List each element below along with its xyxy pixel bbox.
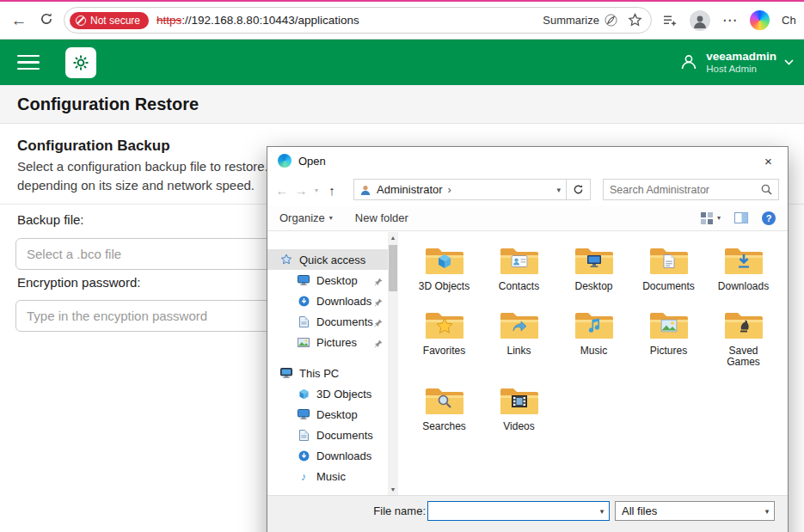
file-item-contacts[interactable]: Contacts (482, 243, 556, 292)
tree-item-downloads-pinned[interactable]: Downloads (267, 290, 398, 311)
nav-refresh-button[interactable] (567, 179, 591, 200)
file-item-downloads[interactable]: Downloads (706, 243, 781, 292)
file-item-searches[interactable]: Searches (407, 383, 482, 432)
favorite-star-icon[interactable] (628, 13, 642, 28)
page-title: Configuration Restore (17, 95, 199, 114)
file-item-music[interactable]: Music (556, 308, 631, 368)
app-logo-tile[interactable] (65, 47, 96, 78)
organize-button[interactable]: Organize ▾ (279, 211, 333, 224)
scroll-up-icon[interactable]: ▲ (388, 232, 398, 243)
browser-toolbar: ← Not secure https://192.168.8.80:10443/… (0, 2, 804, 40)
collections-sparkle-icon[interactable] (662, 14, 678, 28)
tree-item-music[interactable]: ♪ Music (267, 466, 398, 486)
tree-item-documents-pinned[interactable]: Documents (267, 311, 398, 332)
file-label: Downloads (718, 281, 769, 292)
folder-icon-contacts (499, 243, 540, 278)
tree-item-desktop[interactable]: Desktop (267, 404, 398, 425)
dialog-footer: File name: ▾ All files ▾ Upload from mob… (267, 495, 788, 532)
music-icon: ♪ (297, 470, 310, 483)
user-folder-icon (359, 184, 371, 196)
file-name-input[interactable] (428, 502, 595, 520)
tree-item-downloads[interactable]: Downloads (267, 445, 398, 466)
scrollbar-thumb[interactable] (389, 245, 397, 291)
folder-icon-desktop (574, 243, 615, 278)
tree-item-label: Documents (316, 315, 373, 328)
browser-refresh-button[interactable] (33, 11, 60, 30)
chevron-down-icon (784, 59, 794, 65)
tree-item-label: Desktop (316, 408, 358, 421)
documents-icon (297, 316, 310, 327)
preview-pane-icon[interactable] (734, 212, 748, 223)
user-menu[interactable]: veeamadmin Host Admin (679, 50, 794, 75)
tree-item-quick-access[interactable]: Quick access (267, 249, 398, 270)
dialog-app-icon (278, 154, 292, 168)
file-item-desktop[interactable]: Desktop (556, 243, 631, 292)
address-breadcrumb[interactable]: Administrator › ▾ (353, 179, 567, 200)
view-mode-button[interactable]: ▾ (701, 212, 721, 224)
folder-icon-3d-objects (424, 243, 465, 278)
folder-icon-saved-games (723, 308, 764, 342)
gear-icon (72, 54, 89, 71)
file-type-combo[interactable]: All files ▾ (615, 501, 775, 521)
file-name-dropdown-icon[interactable]: ▾ (595, 507, 609, 516)
nav-forward-button[interactable]: → (292, 183, 310, 198)
file-item-videos[interactable]: Videos (482, 383, 556, 432)
refresh-icon (40, 12, 53, 26)
not-secure-icon (76, 15, 86, 26)
browser-back-button[interactable]: ← (5, 11, 33, 30)
nav-back-button[interactable]: ← (273, 183, 292, 198)
dialog-close-button[interactable]: × (749, 147, 788, 174)
file-item-saved-games[interactable]: Saved Games (706, 308, 781, 368)
section-description-line2: depending on its size and network speed. (17, 178, 255, 193)
scroll-down-icon[interactable]: ▼ (388, 484, 398, 495)
breadcrumb-dropdown-icon[interactable]: ▾ (556, 186, 561, 194)
search-input[interactable] (610, 184, 761, 196)
file-label: Links (506, 345, 531, 357)
breadcrumb-chevron-icon[interactable]: › (448, 183, 451, 196)
tree-item-label: Downloads (316, 449, 371, 462)
file-label: Searches (422, 421, 466, 432)
copilot-icon[interactable] (750, 10, 770, 30)
summarize-button[interactable]: Summarize (543, 14, 617, 27)
address-bar[interactable]: Not secure https://192.168.8.80:10443/ap… (64, 7, 652, 34)
search-icon (761, 184, 772, 195)
file-item-pictures[interactable]: Pictures (631, 308, 706, 368)
file-item-links[interactable]: Links (482, 308, 556, 368)
security-badge-label: Not secure (90, 15, 140, 27)
breadcrumb-item[interactable]: Administrator (377, 183, 443, 196)
new-folder-button[interactable]: New folder (355, 211, 408, 224)
browser-menu-button[interactable]: ⋯ (722, 11, 738, 29)
search-box[interactable] (603, 179, 779, 200)
section-title: Configuration Backup (17, 138, 170, 155)
tree-item-3d-objects[interactable]: 3D Objects (267, 383, 398, 404)
tree-item-desktop-pinned[interactable]: Desktop (267, 270, 398, 290)
nav-history-chevron[interactable]: ▾ (310, 187, 322, 194)
app-header: veeamadmin Host Admin (0, 40, 804, 85)
dialog-command-bar: Organize ▾ New folder ▾ ? (267, 205, 788, 231)
tree-scrollbar[interactable]: ▲ ▼ (388, 232, 398, 495)
folder-icon-searches (424, 383, 465, 418)
tree-item-label: Pictures (316, 336, 357, 349)
help-button[interactable]: ? (762, 211, 776, 225)
tree-item-documents[interactable]: Documents (267, 425, 398, 445)
browser-profile-avatar[interactable] (690, 10, 710, 31)
folder-icon-favorites (424, 308, 465, 342)
menu-button[interactable] (17, 51, 40, 75)
this-pc-icon (279, 368, 293, 378)
dialog-title: Open (298, 155, 326, 168)
folder-icon-videos (499, 383, 540, 418)
nav-up-button[interactable]: ↑ (322, 183, 341, 198)
dialog-titlebar[interactable]: Open × (267, 147, 788, 174)
security-badge[interactable]: Not secure (70, 12, 149, 29)
file-item-documents[interactable]: Documents (631, 243, 706, 292)
tree-item-pictures-pinned[interactable]: Pictures (267, 332, 398, 352)
folder-icon-music (574, 308, 615, 342)
file-item-favorites[interactable]: Favorites (407, 308, 482, 368)
view-mode-chevron-icon: ▾ (717, 214, 721, 222)
url-text[interactable]: https://192.168.8.80:10443/applications (157, 14, 359, 27)
file-item-3d-objects[interactable]: 3D Objects (407, 243, 482, 292)
tree-item-this-pc[interactable]: This PC (267, 363, 398, 383)
pin-icon (374, 338, 383, 351)
file-label: Pictures (650, 345, 687, 357)
file-name-combo[interactable]: ▾ (427, 501, 610, 521)
